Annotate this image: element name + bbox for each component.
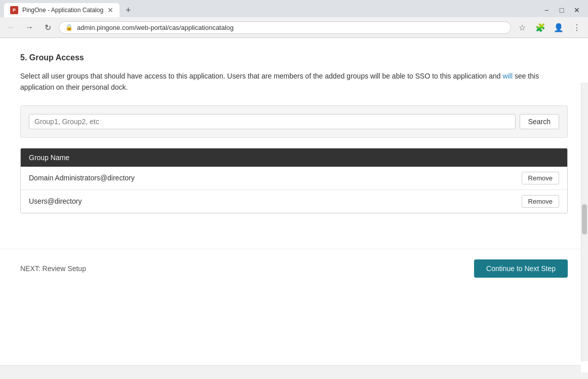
refresh-button[interactable]: ↻ bbox=[41, 20, 55, 34]
title-bar: P PingOne - Application Catalog ✕ + − □ … bbox=[0, 0, 588, 17]
search-button[interactable]: Search bbox=[520, 114, 559, 129]
group-search-input[interactable] bbox=[29, 114, 516, 129]
group-name-2: Users@directory bbox=[29, 197, 522, 205]
group-table: Group Name Domain Administrators@directo… bbox=[20, 148, 568, 213]
scrollbar-thumb[interactable] bbox=[582, 204, 587, 235]
group-table-header: Group Name bbox=[21, 148, 567, 167]
minimize-button[interactable]: − bbox=[539, 5, 554, 16]
address-bar-row: ← → ↻ 🔒 admin.pingone.com/web-portal/cas… bbox=[0, 17, 588, 37]
group-name-1: Domain Administrators@directory bbox=[29, 174, 522, 182]
extensions-button[interactable]: 🧩 bbox=[533, 20, 547, 34]
remove-button-1[interactable]: Remove bbox=[522, 172, 559, 184]
lock-icon: 🔒 bbox=[65, 24, 73, 31]
profile-button[interactable]: 👤 bbox=[552, 20, 566, 34]
menu-button[interactable]: ⋮ bbox=[570, 20, 584, 34]
tab-close-icon[interactable]: ✕ bbox=[107, 6, 113, 14]
description-part1: Select all user groups that should have … bbox=[20, 72, 503, 80]
description-text: Select all user groups that should have … bbox=[20, 70, 568, 93]
new-tab-button[interactable]: + bbox=[122, 4, 135, 17]
close-button[interactable]: ✕ bbox=[570, 5, 584, 16]
remove-button-2[interactable]: Remove bbox=[522, 195, 559, 208]
maximize-button[interactable]: □ bbox=[555, 5, 569, 16]
bookmark-button[interactable]: ☆ bbox=[515, 20, 529, 34]
content-area: 5. Group Access Select all user groups t… bbox=[0, 38, 588, 229]
scrollbar-track bbox=[581, 83, 588, 361]
back-button[interactable]: ← bbox=[4, 20, 18, 34]
forward-button[interactable]: → bbox=[22, 20, 36, 34]
active-tab[interactable]: P PingOne - Application Catalog ✕ bbox=[4, 3, 120, 17]
table-row: Domain Administrators@directory Remove bbox=[21, 167, 567, 190]
horizontal-scrollbar bbox=[0, 365, 581, 372]
description-link[interactable]: will bbox=[503, 72, 513, 80]
page-outer-wrapper: 5. Group Access Select all user groups t… bbox=[0, 38, 588, 372]
table-row: Users@directory Remove bbox=[21, 190, 567, 213]
address-bar[interactable]: 🔒 admin.pingone.com/web-portal/cas/appli… bbox=[59, 21, 511, 34]
url-text: admin.pingone.com/web-portal/cas/applica… bbox=[77, 24, 504, 31]
next-label: NEXT: Review Setup bbox=[20, 264, 86, 273]
browser-chrome: P PingOne - Application Catalog ✕ + − □ … bbox=[0, 0, 588, 38]
continue-button[interactable]: Continue to Next Step bbox=[474, 259, 568, 278]
footer-bar: NEXT: Review Setup Continue to Next Step bbox=[0, 249, 588, 288]
search-box-container: Search bbox=[20, 105, 568, 138]
section-title: 5. Group Access bbox=[20, 53, 568, 62]
tab-title: PingOne - Application Catalog bbox=[22, 7, 103, 14]
tab-favicon: P bbox=[10, 6, 18, 14]
search-row: Search bbox=[29, 114, 559, 129]
window-controls: − □ ✕ bbox=[539, 5, 584, 16]
page-wrapper: 5. Group Access Select all user groups t… bbox=[0, 38, 588, 372]
